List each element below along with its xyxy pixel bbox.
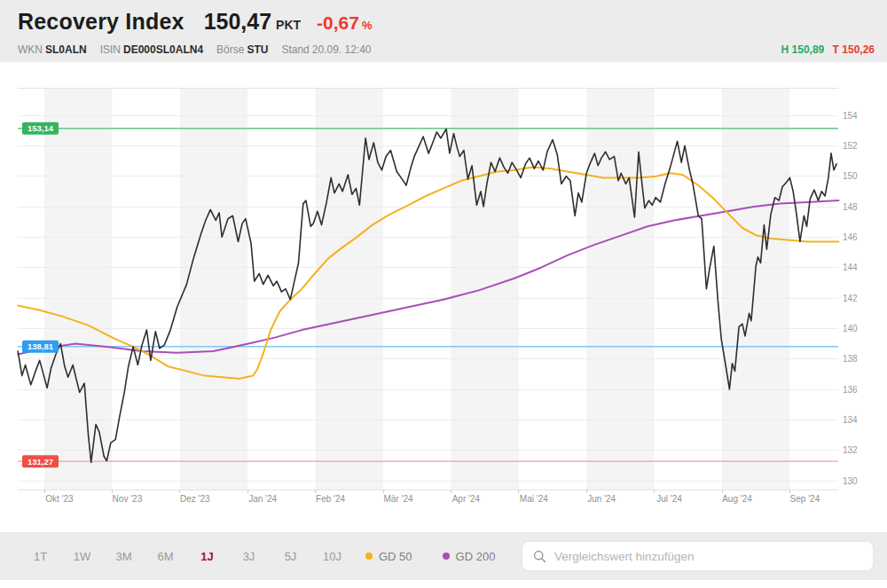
month-band	[722, 88, 789, 490]
meta-item-stand: Stand20.09. 12:40	[281, 43, 371, 56]
chart-legend: GD 50GD 200	[365, 532, 495, 580]
y-axis-label: 132	[843, 445, 858, 455]
x-axis-label: Aug '24	[722, 494, 752, 504]
range-button-1t[interactable]: 1T	[20, 545, 61, 568]
y-axis-label: 152	[843, 141, 858, 151]
x-axis-label: Mai '24	[520, 494, 548, 504]
search-icon	[533, 550, 546, 563]
range-button-1w[interactable]: 1W	[61, 545, 103, 568]
y-axis-label: 144	[843, 263, 858, 272]
price-change: -0,67	[317, 12, 359, 34]
series-line-kurs	[18, 129, 836, 463]
month-band	[44, 88, 112, 490]
x-axis-label: Okt '23	[45, 494, 74, 504]
range-button-3j[interactable]: 3J	[228, 545, 270, 568]
compare-search-input[interactable]	[554, 550, 862, 563]
range-button-1j[interactable]: 1J	[186, 545, 228, 568]
title-row: Recovery Index 150,47 PKT -0,67 %	[18, 9, 373, 35]
legend-item-gd-200[interactable]: GD 200	[443, 550, 496, 563]
day-low: T 150,26	[833, 43, 875, 56]
range-button-group: 1T1W3M6M1J3J5J10J	[20, 532, 353, 580]
svg-text:138,81: 138,81	[27, 341, 54, 351]
x-axis-label: Jun '24	[587, 494, 616, 504]
x-axis-label: Jan '24	[248, 494, 277, 504]
meta-item-isin: ISINDE000SL0ALN4	[100, 43, 203, 56]
y-axis-label: 130	[843, 476, 858, 486]
x-axis-label: Dez '23	[180, 494, 210, 504]
x-axis-label: Mär '24	[383, 494, 412, 504]
x-axis-label: Feb '24	[316, 494, 345, 504]
x-axis-label: Nov '23	[113, 494, 143, 504]
chart-card: 130132134136138140142144146148150152154O…	[7, 62, 880, 532]
y-axis-label: 140	[843, 324, 858, 333]
x-axis-label: Sep '24	[790, 494, 820, 504]
current-price: 150,47	[204, 9, 271, 35]
y-axis-label: 154	[843, 111, 858, 121]
month-band	[586, 88, 654, 490]
high-low-row: H 150,89 T 150,26	[781, 43, 875, 56]
page-title: Recovery Index	[18, 9, 184, 35]
chart-toolbar: 1T1W3M6M1J3J5J10J GD 50GD 200	[0, 532, 887, 580]
price-chart[interactable]: 130132134136138140142144146148150152154O…	[7, 62, 880, 532]
x-axis-label: Jul '24	[656, 494, 682, 504]
month-band	[180, 88, 247, 490]
x-axis-label: Apr '24	[452, 494, 481, 504]
meta-item-wkn: WKNSL0ALN	[18, 43, 87, 56]
compare-search-box[interactable]	[522, 541, 874, 571]
threshold-badge: 153,14	[22, 122, 59, 135]
range-button-3m[interactable]: 3M	[103, 545, 145, 568]
range-button-10j[interactable]: 10J	[311, 545, 353, 568]
y-axis-label: 136	[843, 385, 858, 395]
y-axis-label: 134	[843, 415, 858, 425]
instrument-header: Recovery Index 150,47 PKT -0,67 % WKNSL0…	[0, 0, 887, 62]
meta-item-börse: BörseSTU	[216, 43, 268, 56]
y-axis-label: 146	[843, 232, 858, 242]
threshold-badge: 131,27	[22, 455, 59, 467]
legend-item-gd-50[interactable]: GD 50	[365, 550, 412, 563]
price-unit: PKT	[276, 18, 301, 32]
instrument-meta: WKNSL0ALNISINDE000SL0ALN4BörseSTUStand20…	[18, 43, 372, 56]
y-axis-label: 148	[843, 202, 858, 212]
threshold-badge: 138,81	[22, 341, 59, 353]
svg-text:153,14: 153,14	[27, 123, 54, 133]
range-button-6m[interactable]: 6M	[145, 545, 186, 568]
legend-dot	[443, 553, 450, 560]
price-change-unit: %	[362, 19, 373, 32]
y-axis-label: 142	[843, 294, 858, 303]
legend-dot	[365, 553, 373, 560]
day-high: H 150,89	[781, 43, 825, 56]
range-button-5j[interactable]: 5J	[270, 545, 311, 568]
y-axis-label: 138	[843, 354, 858, 364]
month-band	[316, 88, 383, 490]
svg-text:131,27: 131,27	[27, 457, 53, 466]
y-axis-label: 150	[843, 171, 858, 181]
